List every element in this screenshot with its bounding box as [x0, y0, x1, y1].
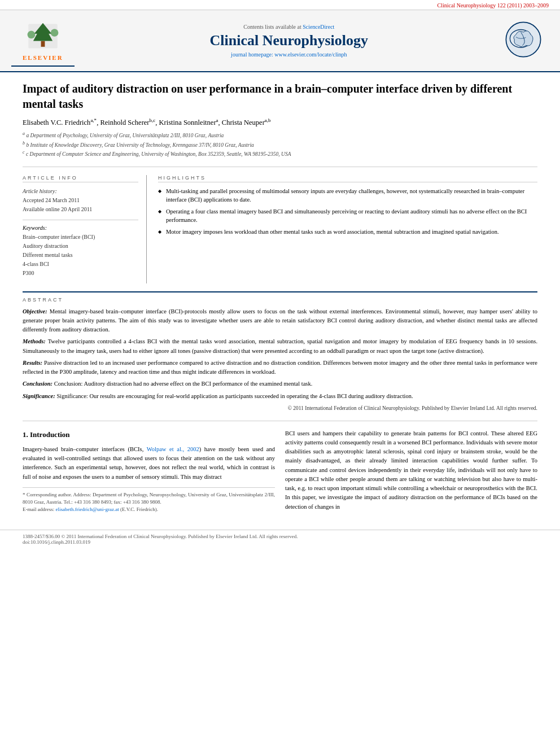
abstract-header: ABSTRACT — [23, 297, 537, 303]
svg-point-4 — [51, 29, 59, 37]
abstract-objective: Objective: Mental imagery-based brain–co… — [23, 307, 537, 335]
elsevier-label: ELSEVIER — [23, 54, 63, 61]
bottom-doi: doi:10.1016/j.clinph.2011.03.019 — [23, 539, 537, 545]
info-highlights-section: ARTICLE INFO Article history: Accepted 2… — [23, 175, 537, 283]
intro-paragraph-1: Imagery-based brain–computer interfaces … — [23, 445, 275, 482]
elsevier-logo-left: ELSEVIER — [11, 15, 75, 67]
keyword-4: 4-class BCI — [23, 260, 138, 269]
abstract-results: Results: Passive distraction led to an i… — [23, 359, 537, 377]
footnote-email: E-mail address: elisabeth.friedrich@uni-… — [23, 506, 275, 513]
header-divider — [23, 167, 537, 167]
highlight-3: Motor imagery imposes less workload than… — [158, 228, 537, 236]
footnote-asterisk: * Corresponding author. Address: Departm… — [23, 491, 275, 506]
author-4: Christa Neupera,b — [222, 119, 271, 126]
svg-rect-1 — [41, 41, 45, 47]
abstract-text: Objective: Mental imagery-based brain–co… — [23, 307, 537, 413]
top-citation-bar: Clinical Neurophysiology 122 (2011) 2003… — [0, 0, 560, 10]
journal-logo-right — [504, 20, 549, 62]
brain-logo-icon — [504, 20, 543, 59]
keywords-section: Keywords: Brain–computer interface (BCI)… — [23, 225, 138, 278]
authors-line: Elisabeth V.C. Friedricha,*, Reinhold Sc… — [23, 117, 537, 127]
abstract-conclusion: Conclusion: Conclusion: Auditory distrac… — [23, 379, 537, 388]
intro-paragraph-2: BCI users and hampers their capability t… — [285, 429, 537, 512]
abstract-significance: Significance: Significance: Our results … — [23, 392, 537, 401]
affiliations: a a Department of Psychology, University… — [23, 130, 537, 158]
body-content: 1. Introduction Imagery-based brain–comp… — [23, 429, 537, 515]
keyword-1: Brain–computer interface (BCI) — [23, 233, 138, 242]
highlights-column: HIGHLIGHTS Multi-tasking and parallel pr… — [158, 175, 537, 283]
article-history: Article history: Accepted 24 March 2011 … — [23, 187, 138, 214]
author-1: Elisabeth V.C. Friedricha,* — [23, 119, 97, 126]
keyword-2: Auditory distraction — [23, 242, 138, 251]
article-title: Impact of auditory distraction on user p… — [23, 81, 537, 112]
article-container: Impact of auditory distraction on user p… — [0, 72, 560, 524]
citation-text: Clinical Neurophysiology 122 (2011) 2003… — [438, 2, 549, 8]
abstract-methods: Methods: Twelve participants controlled … — [23, 337, 537, 356]
bottom-bar: 1388-2457/$36.00 © 2011 International Fe… — [0, 530, 560, 548]
info-divider — [23, 220, 138, 220]
highlight-2: Operating a four class mental imagery ba… — [158, 207, 537, 224]
bottom-issn: 1388-2457/$36.00 © 2011 International Fe… — [23, 534, 537, 539]
sciencedirect-line: Contents lists available at ScienceDirec… — [75, 24, 504, 30]
body-right-col: BCI users and hampers their capability t… — [285, 429, 537, 515]
affiliation-c: c c Department of Computer Science and E… — [23, 149, 537, 158]
keyword-5: P300 — [23, 269, 138, 278]
journal-title: Clinical Neurophysiology — [75, 32, 504, 49]
author-3: Kristina Sonnleitnera — [159, 119, 218, 126]
journal-header: ELSEVIER Contents lists available at Sci… — [0, 10, 560, 72]
article-info-column: ARTICLE INFO Article history: Accepted 2… — [23, 175, 147, 283]
abstract-section: ABSTRACT Objective: Mental imagery-based… — [23, 291, 537, 413]
affiliation-b: b b Institute of Knowledge Discovery, Gr… — [23, 140, 537, 149]
journal-header-center: Contents lists available at ScienceDirec… — [75, 24, 504, 58]
keyword-3: Different mental tasks — [23, 251, 138, 260]
svg-point-3 — [27, 31, 35, 39]
body-left-col: 1. Introduction Imagery-based brain–comp… — [23, 429, 275, 515]
affiliation-a: a a Department of Psychology, University… — [23, 130, 537, 139]
journal-homepage: journal homepage: www.elsevier.com/locat… — [75, 51, 504, 58]
abstract-divider — [23, 421, 537, 421]
highlight-1: Multi-tasking and parallel processing of… — [158, 187, 537, 204]
abstract-copyright: © 2011 International Federation of Clini… — [23, 404, 537, 413]
highlights-header: HIGHLIGHTS — [158, 175, 537, 182]
author-2: Reinhold Schererb,c — [100, 119, 155, 126]
article-info-header: ARTICLE INFO — [23, 175, 138, 182]
introduction-title: 1. Introduction — [23, 429, 275, 440]
elsevier-tree-icon — [23, 19, 63, 53]
footnotes: * Corresponding author. Address: Departm… — [23, 487, 275, 513]
